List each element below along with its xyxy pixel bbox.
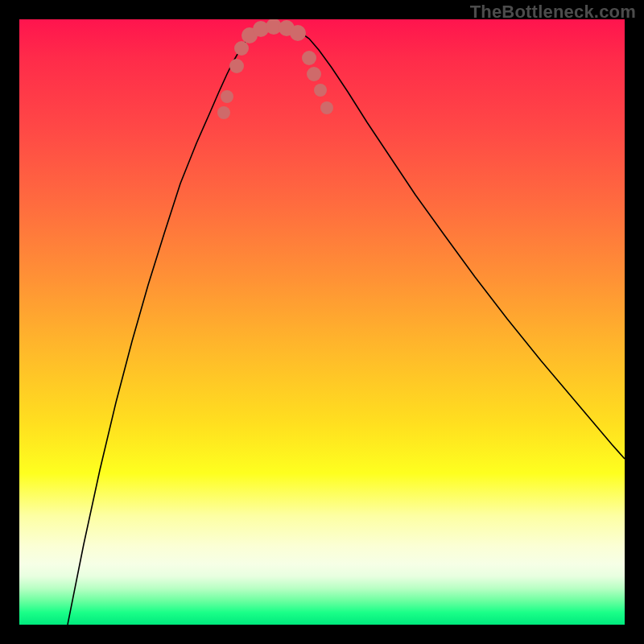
curve-marker-9 <box>302 51 316 65</box>
curve-marker-3 <box>234 41 249 56</box>
curve-marker-1 <box>221 90 233 103</box>
curve-marker-10 <box>307 67 321 81</box>
plot-area <box>19 19 625 625</box>
curve-marker-12 <box>320 101 333 114</box>
curve-group <box>68 27 625 625</box>
bottleneck-curve <box>68 27 625 625</box>
curve-marker-2 <box>229 59 244 73</box>
curve-marker-11 <box>314 84 327 97</box>
curve-marker-0 <box>217 106 230 119</box>
outer-frame: TheBottleneck.com <box>0 0 644 644</box>
curve-layer <box>19 19 625 625</box>
curve-marker-8 <box>290 25 306 41</box>
marker-group <box>217 19 333 119</box>
